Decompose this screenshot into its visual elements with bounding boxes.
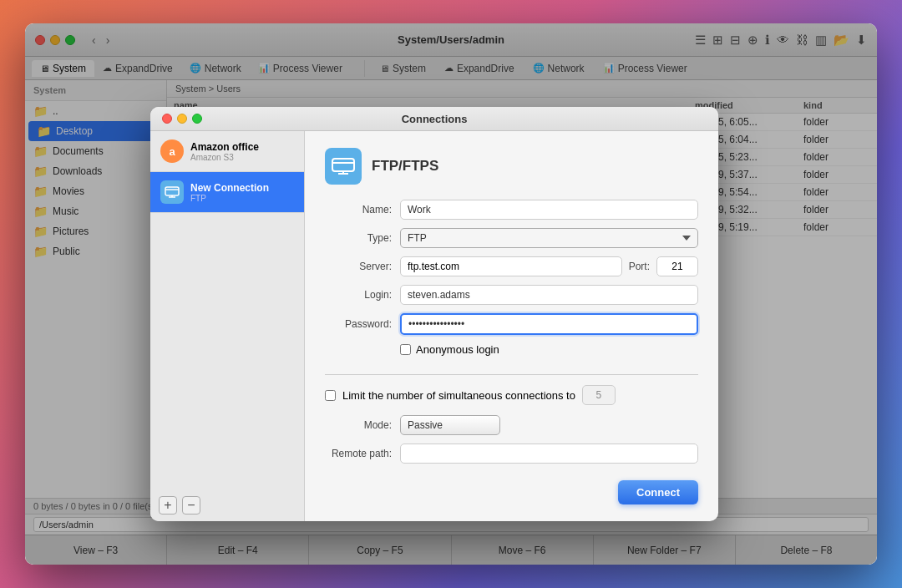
mode-label: Mode: <box>325 419 400 431</box>
connection-item-new[interactable]: New Connection FTP <box>150 172 304 213</box>
checkbox-row-anonymous: Anonymous login <box>400 343 698 356</box>
login-label: Login: <box>325 289 400 301</box>
ftp-icon <box>325 148 362 185</box>
password-label: Password: <box>325 318 400 330</box>
dialog-body: a Amazon office Amazon S3 New Connection… <box>150 131 718 521</box>
form-row-name: Name: <box>325 200 698 220</box>
type-label: Type: <box>325 232 400 244</box>
server-label: Server: <box>325 261 400 272</box>
server-port-row: Port: <box>400 256 698 276</box>
remote-path-input[interactable] <box>400 444 698 464</box>
remove-connection-button[interactable]: − <box>182 496 200 514</box>
connections-dialog: Connections a Amazon office Amazon S3 <box>150 107 718 521</box>
amazon-avatar: a <box>160 139 184 163</box>
dialog-close-button[interactable] <box>162 114 172 124</box>
type-select-wrapper: FTP FTPS SFTP WebDAV <box>400 228 698 248</box>
main-window: ‹ › System/Users/admin ☰ ⊞ ⊟ ⊕ ℹ 👁 ⛓ ▥ 📂… <box>25 23 877 565</box>
anonymous-checkbox[interactable] <box>400 344 411 355</box>
mode-select-wrapper: Passive Active <box>400 415 500 435</box>
limit-row: Limit the number of simultaneous connect… <box>325 385 698 405</box>
port-label: Port: <box>629 261 650 272</box>
dialog-title: Connections <box>402 113 468 125</box>
mode-select[interactable]: Passive Active <box>400 415 500 435</box>
amazon-type: Amazon S3 <box>190 153 259 162</box>
ftp-title: FTP/FTPS <box>372 158 438 175</box>
form-divider <box>325 374 698 375</box>
anonymous-label: Anonymous login <box>416 343 499 356</box>
form-row-server: Server: Port: <box>325 256 698 276</box>
form-row-password: Password: <box>325 313 698 335</box>
new-conn-type: FTP <box>190 194 269 203</box>
new-conn-name: New Connection <box>190 182 269 194</box>
conn-sidebar-bottom: + − <box>150 489 304 521</box>
svg-rect-0 <box>165 187 179 195</box>
password-input[interactable] <box>400 313 698 335</box>
add-connection-button[interactable]: + <box>159 496 177 514</box>
form-row-login: Login: <box>325 285 698 305</box>
dialog-maximize-button[interactable] <box>192 114 202 124</box>
dialog-minimize-button[interactable] <box>177 114 187 124</box>
name-label: Name: <box>325 204 400 215</box>
limit-checkbox[interactable] <box>325 390 336 401</box>
amazon-name: Amazon office <box>190 141 259 153</box>
ftp-header: FTP/FTPS <box>325 148 698 185</box>
form-row-remote-path: Remote path: <box>325 444 698 464</box>
connection-form: FTP/FTPS Name: Type: FTP FTPS SFTP <box>305 131 718 521</box>
ftp-connection-icon <box>160 180 184 204</box>
svg-rect-4 <box>332 159 354 171</box>
limit-input[interactable] <box>582 385 616 405</box>
connect-button[interactable]: Connect <box>618 480 698 504</box>
form-row-mode: Mode: Passive Active <box>325 415 698 435</box>
server-input[interactable] <box>400 256 622 276</box>
connection-item-amazon[interactable]: a Amazon office Amazon S3 <box>150 131 304 172</box>
dialog-title-bar: Connections <box>150 107 718 131</box>
connection-sidebar: a Amazon office Amazon S3 New Connection… <box>150 131 305 521</box>
name-input[interactable] <box>400 200 698 220</box>
dialog-traffic-lights <box>162 114 202 124</box>
form-row-type: Type: FTP FTPS SFTP WebDAV <box>325 228 698 248</box>
login-input[interactable] <box>400 285 698 305</box>
limit-label: Limit the number of simultaneous connect… <box>342 389 575 402</box>
remote-path-label: Remote path: <box>325 448 400 459</box>
type-select[interactable]: FTP FTPS SFTP WebDAV <box>400 228 698 248</box>
port-input[interactable] <box>656 256 698 276</box>
